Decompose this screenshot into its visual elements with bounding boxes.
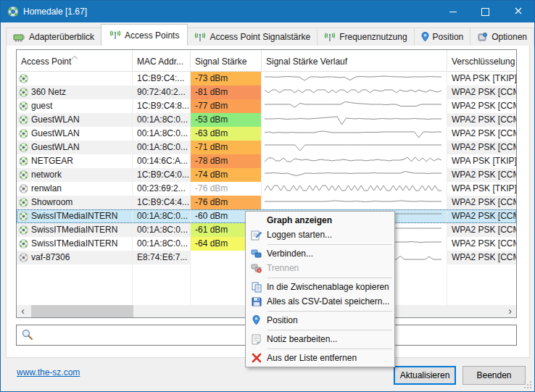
menu-separator: [268, 311, 392, 312]
ap-signal-history-cell: [262, 113, 447, 127]
menu-item-label: Position: [267, 315, 298, 325]
globe-green: [19, 157, 28, 166]
ap-mac-cell: 1C:B9:C4:0...: [133, 168, 191, 182]
menu-item[interactable]: Aus der Liste entfernen: [246, 351, 394, 365]
column-header-mac-address[interactable]: MAC Addr...: [133, 50, 191, 71]
website-link[interactable]: www.the-sz.com: [17, 367, 80, 378]
ap-name-cell: GuestWLAN: [17, 141, 133, 154]
ap-signal-cell: -76 dBm: [191, 182, 262, 196]
menu-item[interactable]: Graph anzeigen: [246, 213, 394, 228]
ap-encryption-cell: WPA PSK [TKIP]: [447, 154, 516, 168]
menu-item[interactable]: Loggen starten...: [246, 228, 394, 242]
scroll-left-arrow[interactable]: ‹: [17, 305, 29, 317]
globe-green: [19, 115, 28, 125]
globe-green: [19, 129, 28, 138]
copy-icon: [246, 282, 267, 293]
menu-item[interactable]: Notiz bearbeiten...: [246, 332, 394, 346]
menu-item-label: Trennen: [267, 263, 299, 273]
ap-name-cell: renwlan: [17, 182, 133, 196]
tab-position[interactable]: Position: [414, 28, 471, 46]
refresh-button[interactable]: Aktualisieren: [394, 366, 456, 385]
quit-button[interactable]: Beenden: [463, 366, 526, 385]
ap-name: Showroom: [31, 196, 72, 209]
ap-signal-history-cell: [262, 141, 447, 154]
ap-signal-history-cell: [262, 127, 447, 141]
ap-mac-cell: E8:74:E6:7...: [133, 251, 191, 264]
adapter-icon: [13, 33, 25, 42]
ap-encryption-cell: WPA2 PSK [CCM: [447, 237, 516, 251]
ap-signal-cell: -74 dBm: [191, 168, 262, 182]
ap-row[interactable]: GuestWLAN00:1A:8C:0...-71 dBmWPA2 PSK [C…: [17, 141, 516, 154]
scroll-thumb[interactable]: [31, 305, 133, 317]
search-icon: [21, 328, 33, 343]
ap-mac-cell: 00:23:69:2...: [133, 182, 191, 196]
menu-separator: [268, 330, 392, 330]
menu-item-label: Graph anzeigen: [267, 215, 332, 225]
antenna-icon: [109, 30, 121, 40]
globe-green: [19, 170, 28, 180]
ap-mac-cell: 00:1A:8C:0...: [133, 209, 191, 223]
menu-item[interactable]: Alles als CSV-Datei speichern...: [246, 294, 394, 309]
ap-name: NETGEAR: [31, 154, 73, 168]
menu-item[interactable]: Verbinden...: [246, 246, 394, 261]
column-header-label: Signal Stärke: [195, 57, 246, 67]
ap-name: SwissITMediaINTERN: [31, 209, 117, 223]
ap-signal-history-cell: [262, 182, 447, 196]
ap-name-cell: GuestWLAN: [17, 127, 133, 141]
menu-item[interactable]: Position: [246, 313, 394, 328]
ap-mac-cell: 00:1A:8C:0...: [133, 237, 191, 251]
column-header-encryption[interactable]: Verschlüsselung: [447, 50, 516, 71]
maximize-button[interactable]: [469, 1, 502, 22]
column-header-access-point[interactable]: Access Point: [17, 50, 133, 71]
ap-name-cell: [17, 72, 133, 86]
menu-item[interactable]: In die Zwischenablage kopieren: [246, 280, 394, 294]
ap-name-cell: SwissITMediaINTERN: [17, 237, 133, 251]
scroll-right-arrow[interactable]: ›: [504, 305, 516, 317]
ap-name: renwlan: [31, 182, 62, 196]
ap-row[interactable]: 360 Netz90:72:40:2...-81 dBmWPA2 PSK [CC…: [17, 86, 516, 99]
ap-signal-cell: -53 dBm: [191, 113, 262, 127]
tab-access-points[interactable]: Access Points: [101, 24, 188, 46]
ap-encryption-cell: WPA PSK [TKIP]: [447, 182, 516, 196]
ap-row[interactable]: GuestWLAN00:1A:8C:0...-53 dBmWPA2 PSK [C…: [17, 113, 516, 127]
ap-row[interactable]: renwlan00:23:69:2...-76 dBmWPA PSK [TKIP…: [17, 182, 516, 196]
ap-row[interactable]: guest1C:B9:C4:8...-77 dBmWPA2 PSK [CCM: [17, 99, 516, 113]
globe-green: [19, 225, 28, 235]
close-icon: [515, 7, 522, 17]
ap-name-cell: network: [17, 168, 133, 182]
menu-item-label: Loggen starten...: [267, 230, 332, 240]
sort-ascending-icon: [71, 51, 78, 62]
globe-green: [19, 88, 28, 97]
remove-icon: [246, 353, 267, 363]
globe-green: [19, 239, 28, 249]
close-button[interactable]: [502, 1, 534, 22]
context-menu: Graph anzeigenLoggen starten...Verbinden…: [245, 211, 395, 367]
position-icon: [246, 315, 267, 325]
tab-optionen[interactable]: Optionen: [470, 28, 534, 46]
column-header-signal-history[interactable]: Signal Stärke Verlauf: [262, 50, 447, 71]
menu-item-label: Verbinden...: [267, 249, 313, 259]
ap-encryption-cell: WPA2 PSK [CCM: [447, 196, 516, 209]
ap-row[interactable]: GuestWLAN00:1A:8C:0...-63 dBmWPA2 PSK [C…: [17, 127, 516, 141]
disconnect-icon: [246, 264, 267, 273]
ap-name: SwissITMediaINTERN: [31, 237, 117, 251]
ap-row[interactable]: NETGEAR00:14:6C:A...-78 dBmWPA PSK [TKIP…: [17, 154, 516, 168]
column-header-signal-strength[interactable]: Signal Stärke: [191, 50, 262, 71]
ap-name: GuestWLAN: [31, 141, 80, 154]
minimize-button[interactable]: [436, 1, 469, 22]
tab-adapterueberblick[interactable]: Adapterüberblick: [6, 28, 101, 46]
ap-name-cell: NETGEAR: [17, 154, 133, 168]
globe-green: [19, 101, 28, 111]
antenna-icon: [194, 33, 206, 42]
ap-row[interactable]: network1C:B9:C4:0...-74 dBmWPA2 PSK [CCM: [17, 168, 516, 182]
tab-access-point-signalstaerke[interactable]: Access Point Signalstärke: [187, 28, 318, 46]
ap-row[interactable]: 1C:B9:C4:...-73 dBmWPA PSK [TKIP]: [17, 72, 516, 86]
resize-grip[interactable]: [524, 381, 531, 388]
ap-name-cell: 360 Netz: [17, 86, 133, 99]
tab-frequenznutzung[interactable]: Frequenznutzung: [317, 28, 414, 46]
ap-row[interactable]: Showroom1C:B9:C4:4...-76 dBmWPA2 PSK [CC…: [17, 196, 516, 209]
tab-label: Optionen: [492, 32, 527, 42]
ap-name: GuestWLAN: [31, 127, 80, 141]
ap-name-cell: guest: [17, 99, 133, 113]
menu-separator: [268, 349, 392, 349]
